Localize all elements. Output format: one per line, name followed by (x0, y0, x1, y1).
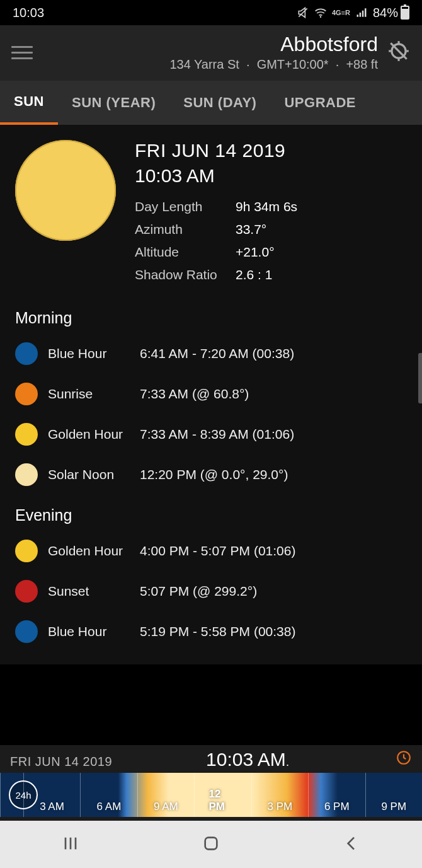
stat-value: 33.7° (236, 222, 266, 237)
status-bar: 10:03 4G≡R 84% (0, 0, 422, 25)
event-label: Blue Hour (48, 624, 130, 639)
timeline-time: 10:03 AM. (206, 749, 289, 770)
signal-icon (355, 6, 368, 19)
scroll-indicator (418, 353, 422, 403)
event-row: Sunrise7:33 AM (@ 60.8°) (15, 380, 407, 408)
location-subtitle: 134 Yarra St · GMT+10:00* · +88 ft (33, 57, 378, 72)
location-title: Abbotsford (33, 33, 378, 56)
timeline-tick: 6 PM (308, 773, 365, 817)
timeline-tick: 12 PM (194, 773, 251, 817)
event-label: Golden Hour (48, 543, 130, 558)
event-color-dot (15, 383, 38, 405)
stat-row: Azimuth33.7° (135, 222, 407, 237)
recents-button[interactable] (60, 833, 81, 856)
event-color-dot (15, 620, 38, 643)
summary-time: 10:03 AM (135, 165, 407, 187)
timeline-tick: 3 AM (23, 773, 80, 817)
menu-button[interactable] (11, 46, 33, 59)
tab-sun-year[interactable]: SUN (YEAR) (58, 81, 169, 125)
event-value: 5:19 PM - 5:58 PM (00:38) (140, 624, 295, 639)
wifi-icon (314, 6, 327, 19)
stat-value: 9h 34m 6s (236, 199, 297, 214)
battery-pct: 84% (373, 6, 398, 20)
timeline-tick-label: 9 AM (154, 801, 178, 813)
stat-label: Azimuth (135, 222, 236, 237)
gps-off-icon[interactable] (387, 39, 411, 66)
timeline-strip[interactable]: 24h 3 AM6 AM9 AM12 PM3 PM6 PM9 PM (0, 773, 422, 817)
event-label: Sunrise (48, 386, 130, 402)
app-header: Abbotsford 134 Yarra St · GMT+10:00* · +… (0, 25, 422, 81)
home-button[interactable] (201, 833, 221, 856)
event-row: Golden Hour7:33 AM - 8:39 AM (01:06) (15, 420, 407, 448)
main-content: FRI JUN 14 2019 10:03 AM Day Length9h 34… (0, 125, 422, 664)
event-row: Sunset5:07 PM (@ 299.2°) (15, 577, 407, 605)
timeline[interactable]: FRI JUN 14 2019 10:03 AM. 24h 3 AM6 AM9 … (0, 745, 422, 821)
tab-sun[interactable]: SUN (0, 81, 58, 125)
event-value: 5:07 PM (@ 299.2°) (140, 584, 257, 599)
event-value: 6:41 AM - 7:20 AM (00:38) (140, 346, 294, 361)
event-color-dot (15, 342, 38, 365)
event-label: Blue Hour (48, 346, 130, 361)
event-label: Solar Noon (48, 467, 130, 482)
tab-sun-day[interactable]: SUN (DAY) (169, 81, 270, 125)
clock-icon[interactable] (396, 749, 412, 769)
event-color-dot (15, 540, 38, 562)
timeline-tick-label: 12 PM (208, 788, 237, 813)
event-value: 7:33 AM - 8:39 AM (01:06) (140, 427, 294, 442)
timeline-tick: 3 PM (251, 773, 308, 817)
back-button[interactable] (341, 833, 362, 856)
event-value: 7:33 AM (@ 60.8°) (140, 386, 249, 402)
battery-indicator: 84% (373, 6, 409, 20)
event-color-dot (15, 463, 38, 486)
svg-point-0 (320, 16, 322, 17)
android-nav-bar (0, 821, 422, 868)
event-label: Sunset (48, 584, 130, 599)
event-label: Golden Hour (48, 427, 130, 442)
timeline-tick-label: 3 AM (40, 801, 64, 813)
stat-value: +21.0° (236, 245, 275, 260)
stat-row: Shadow Ratio2.6 : 1 (135, 267, 407, 282)
event-color-dot (15, 580, 38, 603)
event-row: Blue Hour6:41 AM - 7:20 AM (00:38) (15, 340, 407, 367)
stat-label: Day Length (135, 199, 236, 214)
event-value: 4:00 PM - 5:07 PM (01:06) (140, 543, 295, 558)
timeline-tick-label: 3 PM (267, 801, 292, 813)
event-row: Golden Hour4:00 PM - 5:07 PM (01:06) (15, 537, 407, 565)
stat-row: Day Length9h 34m 6s (135, 199, 407, 214)
mute-icon (297, 6, 309, 19)
network-type: 4G≡R (332, 10, 350, 16)
stat-row: Altitude+21.0° (135, 245, 407, 260)
timeline-tick-label: 6 PM (324, 801, 350, 813)
status-time: 10:03 (13, 6, 44, 20)
event-row: Solar Noon12:20 PM (@ 0.0°, 29.0°) (15, 461, 407, 489)
timeline-tick-label: 9 PM (381, 801, 406, 813)
evening-heading: Evening (15, 506, 407, 524)
tab-upgrade[interactable]: UPGRADE (270, 81, 370, 125)
event-color-dot (15, 423, 38, 446)
timeline-tick: 9 PM (365, 773, 422, 817)
timeline-tick-label: 6 AM (97, 801, 122, 813)
event-row: Blue Hour5:19 PM - 5:58 PM (00:38) (15, 618, 407, 645)
stat-value: 2.6 : 1 (236, 267, 272, 282)
sun-disc-icon (15, 140, 116, 241)
timeline-tick: 9 AM (137, 773, 194, 817)
svg-rect-11 (205, 837, 217, 849)
timeline-tick: 6 AM (80, 773, 137, 817)
timeline-date: FRI JUN 14 2019 (10, 755, 112, 769)
morning-heading: Morning (15, 309, 407, 327)
stat-label: Altitude (135, 245, 236, 260)
tab-bar: SUN SUN (YEAR) SUN (DAY) UPGRADE (0, 81, 422, 125)
summary-date: FRI JUN 14 2019 (135, 140, 407, 161)
stat-label: Shadow Ratio (135, 267, 236, 282)
event-value: 12:20 PM (@ 0.0°, 29.0°) (140, 467, 288, 482)
